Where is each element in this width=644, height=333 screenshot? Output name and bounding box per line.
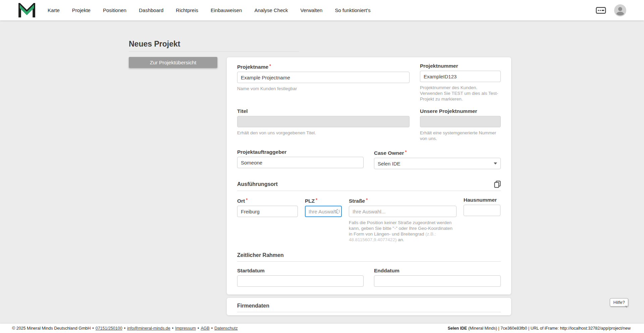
ausfuehrungsort-heading: Ausführungsort (237, 181, 278, 188)
startdatum-input[interactable] (237, 275, 364, 287)
separator-dot: • (198, 326, 199, 331)
help-button[interactable]: Hilfe? (610, 298, 628, 307)
separator-dot: • (92, 326, 94, 331)
footer-left: © 2025 Mineral Minds Deutschland GmbH • … (12, 326, 238, 331)
nav-item-analyse-check[interactable]: Analyse Check (254, 7, 288, 13)
titel-helper: Erhält den von uns vorgegebenen Titel. (237, 130, 410, 136)
nav-item-positionen[interactable]: Positionen (103, 7, 126, 13)
projektauftraggeber-input[interactable] (237, 157, 364, 168)
projektnummer-field: Projektnummer Projektnummer des Kunden. … (420, 63, 501, 102)
form-row-address: Ort* PLZ* Straße* Falls die Position kei… (237, 197, 501, 243)
nav-item-so-funktionierts[interactable]: So funktioniert's (335, 7, 370, 13)
email-link[interactable]: info@mineral-minds.de (127, 326, 170, 331)
strasse-helper: Falls die Position keiner Straße zugeord… (349, 220, 457, 243)
unsere-projektnummer-field: Unsere Projektnummer Erhält eine systemg… (420, 108, 501, 141)
footer-bar: © 2025 Mineral Minds Deutschland GmbH • … (0, 324, 644, 333)
session-user: Selen IDE (448, 326, 467, 331)
unsere-projektnummer-helper: Erhält eine systemgenerierte Nummer von … (420, 130, 501, 141)
phone-link[interactable]: 07151/250100 (96, 326, 122, 331)
startdatum-field: Startdatum (237, 267, 364, 287)
required-marker: * (269, 63, 271, 68)
projektnummer-label: Projektnummer (420, 63, 501, 69)
nav-item-projekte[interactable]: Projekte (72, 7, 91, 13)
datenschutz-link[interactable]: Datenschutz (214, 326, 237, 331)
case-owner-field: Case Owner* Selen IDE (374, 149, 501, 169)
chevron-down-icon (494, 162, 497, 164)
strasse-input[interactable] (349, 206, 457, 217)
plz-input[interactable] (305, 206, 342, 217)
form-row-name-number: Projektname* Name vom Kunden festlegbar … (237, 63, 501, 102)
unsere-projektnummer-label: Unsere Projektnummer (420, 108, 501, 114)
mineral-minds-logo[interactable] (18, 3, 36, 18)
section-zeitlicher-rahmen: Zeitlicher Rahmen (237, 252, 501, 262)
case-owner-selected-value: Selen IDE (378, 161, 400, 166)
top-nav-bar: Karte Projekte Positionen Dashboard Rich… (0, 0, 644, 20)
projektnummer-input[interactable] (420, 71, 501, 82)
strasse-label: Straße* (349, 197, 457, 204)
firmendaten-card: Firmendaten (227, 298, 511, 315)
required-marker: * (366, 197, 368, 202)
firmendaten-heading: Firmendaten (237, 303, 269, 309)
enddatum-label: Enddatum (374, 267, 501, 274)
projektauftraggeber-label: Projektauftraggeber (237, 149, 364, 155)
hausnummer-label: Hausnummer (464, 197, 500, 203)
main-nav: Karte Projekte Positionen Dashboard Rich… (48, 7, 371, 13)
form-row-dates: Startdatum Enddatum (237, 267, 501, 287)
plz-field: PLZ* (305, 197, 342, 243)
projektname-helper: Name vom Kunden festlegbar (237, 86, 410, 91)
zeitlicher-rahmen-heading: Zeitlicher Rahmen (237, 252, 284, 259)
strasse-field: Straße* Falls die Position keiner Straße… (349, 197, 457, 243)
required-marker: * (246, 197, 248, 202)
enddatum-field: Enddatum (374, 267, 501, 287)
copy-icon[interactable] (494, 181, 501, 188)
titel-field: Titel Erhält den von uns vorgegebenen Ti… (237, 108, 410, 141)
separator-dot: • (211, 326, 213, 331)
projektname-label: Projektname* (237, 63, 410, 70)
nav-item-einbauweisen[interactable]: Einbauweisen (211, 7, 242, 13)
session-details: (Mineral Minds) | 7ce360e83fb0 | URL of … (467, 326, 631, 331)
required-marker: * (405, 149, 407, 154)
case-owner-label: Case Owner* (374, 149, 501, 156)
server-icon[interactable] (596, 7, 606, 14)
impressum-link[interactable]: Impressum (175, 326, 196, 331)
form-row-auftraggeber-owner: Projektauftraggeber Case Owner* Selen ID… (237, 149, 501, 169)
titel-label: Titel (237, 108, 410, 114)
title-divider (129, 51, 299, 52)
back-to-project-overview-button[interactable]: Zur Projektübersicht (129, 57, 217, 68)
projektauftraggeber-field: Projektauftraggeber (237, 149, 364, 169)
ort-input[interactable] (237, 206, 298, 217)
projektname-field: Projektname* Name vom Kunden festlegbar (237, 63, 410, 102)
logo-icon (18, 3, 36, 18)
session-info: Selen IDE (Mineral Minds) | 7ce360e83fb0… (448, 326, 631, 331)
plz-label: PLZ* (305, 197, 342, 204)
titel-input (237, 116, 410, 127)
hausnummer-field: Hausnummer (464, 197, 500, 243)
hausnummer-input[interactable] (464, 205, 500, 216)
section-firmendaten: Firmendaten (237, 303, 501, 312)
nav-item-dashboard[interactable]: Dashboard (139, 7, 163, 13)
new-project-form-card: Projektname* Name vom Kunden festlegbar … (227, 57, 511, 294)
user-avatar-icon[interactable] (614, 4, 626, 16)
ort-field: Ort* (237, 197, 298, 243)
page-title: Neues Projekt (129, 40, 180, 49)
separator-dot: • (172, 326, 173, 331)
projektnummer-helper: Projektnummer des Kunden. Verwenden Sie … (420, 85, 501, 102)
projektname-input[interactable] (237, 72, 410, 83)
unsere-projektnummer-input (420, 116, 501, 127)
nav-item-karte[interactable]: Karte (48, 7, 60, 13)
ort-label: Ort* (237, 197, 298, 204)
section-ausfuehrungsort: Ausführungsort (237, 181, 501, 191)
header-actions (596, 4, 626, 16)
copyright-text: © 2025 Mineral Minds Deutschland GmbH (12, 326, 91, 331)
required-marker: * (316, 197, 317, 202)
form-row-titel-unsere: Titel Erhält den von uns vorgegebenen Ti… (237, 108, 501, 141)
nav-item-verwalten[interactable]: Verwalten (301, 7, 323, 13)
separator-dot: • (124, 326, 125, 331)
enddatum-input[interactable] (374, 275, 501, 287)
agb-link[interactable]: AGB (201, 326, 209, 331)
startdatum-label: Startdatum (237, 267, 364, 274)
nav-item-richtpreis[interactable]: Richtpreis (176, 7, 198, 13)
case-owner-select[interactable]: Selen IDE (374, 158, 501, 169)
